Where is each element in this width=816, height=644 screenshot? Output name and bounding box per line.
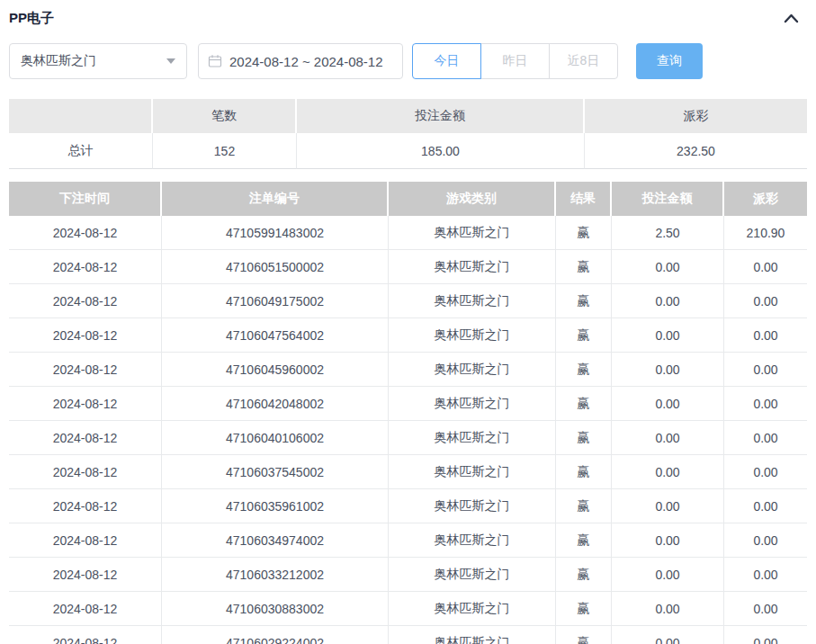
cell-result: 赢 — [556, 558, 612, 592]
today-button[interactable]: 今日 — [412, 43, 481, 79]
table-row: 2024-08-1247106045960002奥林匹斯之门赢0.000.00 — [9, 353, 807, 387]
cell-result: 赢 — [556, 284, 612, 318]
cell-result: 赢 — [556, 387, 612, 421]
cell-bet-amount: 0.00 — [612, 318, 724, 353]
cell-bet-time: 2024-08-12 — [9, 250, 162, 284]
cell-bet-id: 47106040106002 — [162, 421, 389, 455]
cell-bet-time: 2024-08-12 — [9, 455, 162, 489]
cell-game-type: 奥林匹斯之门 — [389, 250, 556, 284]
cell-game-type: 奥林匹斯之门 — [389, 489, 556, 523]
cell-bet-time: 2024-08-12 — [9, 387, 162, 421]
date-range-value: 2024-08-12 ~ 2024-08-12 — [229, 54, 383, 69]
cell-payout: 0.00 — [724, 284, 807, 318]
cell-bet-amount: 0.00 — [612, 353, 724, 387]
cell-bet-id: 47106045960002 — [162, 353, 389, 387]
cell-result: 赢 — [556, 318, 612, 353]
table-row: 2024-08-1247106049175002奥林匹斯之门赢0.000.00 — [9, 284, 807, 318]
page-title: PP电子 — [9, 10, 54, 27]
records-table: 下注时间 注单编号 游戏类别 结果 投注金额 派彩 2024-08-124710… — [9, 182, 807, 644]
filter-controls: 奥林匹斯之门 2024-08-12 ~ 2024-08-12 今日 昨日 近8日… — [9, 43, 807, 79]
cell-bet-time: 2024-08-12 — [9, 216, 162, 250]
summary-total-label: 总计 — [9, 133, 153, 169]
summary-total-row: 总计 152 185.00 232.50 — [9, 133, 807, 169]
cell-game-type: 奥林匹斯之门 — [389, 421, 556, 455]
table-row: 2024-08-1247106033212002奥林匹斯之门赢0.000.00 — [9, 558, 807, 592]
table-row: 2024-08-1247106047564002奥林匹斯之门赢0.000.00 — [9, 318, 807, 353]
cell-result: 赢 — [556, 592, 612, 626]
last-8-days-button[interactable]: 近8日 — [549, 43, 618, 79]
cell-payout: 0.00 — [724, 318, 807, 353]
records-header-game-type: 游戏类别 — [389, 182, 556, 216]
cell-bet-time: 2024-08-12 — [9, 592, 162, 626]
cell-result: 赢 — [556, 626, 612, 644]
cell-game-type: 奥林匹斯之门 — [389, 523, 556, 558]
cell-result: 赢 — [556, 250, 612, 284]
cell-payout: 0.00 — [724, 489, 807, 523]
cell-payout: 0.00 — [724, 387, 807, 421]
collapse-panel-button[interactable] — [782, 9, 800, 27]
cell-result: 赢 — [556, 353, 612, 387]
summary-total-count: 152 — [153, 133, 297, 169]
records-header-payout: 派彩 — [724, 182, 807, 216]
cell-game-type: 奥林匹斯之门 — [389, 318, 556, 353]
cell-bet-id: 47106051500002 — [162, 250, 389, 284]
cell-result: 赢 — [556, 421, 612, 455]
summary-header-count: 笔数 — [153, 99, 297, 133]
cell-payout: 0.00 — [724, 353, 807, 387]
table-row: 2024-08-1247106030883002奥林匹斯之门赢0.000.00 — [9, 592, 807, 626]
cell-bet-amount: 0.00 — [612, 421, 724, 455]
summary-header-bet-amount: 投注金额 — [297, 99, 585, 133]
summary-header-blank — [9, 99, 153, 133]
cell-payout: 0.00 — [724, 250, 807, 284]
cell-bet-time: 2024-08-12 — [9, 523, 162, 558]
query-button[interactable]: 查询 — [636, 43, 703, 79]
cell-payout: 0.00 — [724, 455, 807, 489]
cell-bet-amount: 0.00 — [612, 387, 724, 421]
cell-bet-time: 2024-08-12 — [9, 558, 162, 592]
cell-game-type: 奥林匹斯之门 — [389, 284, 556, 318]
summary-header-payout: 派彩 — [585, 99, 807, 133]
cell-payout: 0.00 — [724, 523, 807, 558]
cell-game-type: 奥林匹斯之门 — [389, 353, 556, 387]
cell-bet-amount: 0.00 — [612, 558, 724, 592]
cell-bet-id: 47106030883002 — [162, 592, 389, 626]
cell-game-type: 奥林匹斯之门 — [389, 592, 556, 626]
cell-bet-amount: 0.00 — [612, 592, 724, 626]
cell-payout: 0.00 — [724, 592, 807, 626]
table-row: 2024-08-1247106034974002奥林匹斯之门赢0.000.00 — [9, 523, 807, 558]
cell-result: 赢 — [556, 489, 612, 523]
cell-game-type: 奥林匹斯之门 — [389, 387, 556, 421]
cell-game-type: 奥林匹斯之门 — [389, 626, 556, 644]
cell-result: 赢 — [556, 455, 612, 489]
cell-bet-amount: 0.00 — [612, 489, 724, 523]
cell-bet-time: 2024-08-12 — [9, 284, 162, 318]
cell-bet-time: 2024-08-12 — [9, 318, 162, 353]
cell-payout: 0.00 — [724, 626, 807, 644]
cell-bet-time: 2024-08-12 — [9, 353, 162, 387]
date-range-picker[interactable]: 2024-08-12 ~ 2024-08-12 — [198, 43, 403, 79]
cell-payout: 210.90 — [724, 216, 807, 250]
table-row: 2024-08-1247106040106002奥林匹斯之门赢0.000.00 — [9, 421, 807, 455]
cell-bet-id: 47106034974002 — [162, 523, 389, 558]
records-header-bet-amount: 投注金额 — [612, 182, 724, 216]
chevron-up-icon — [784, 13, 799, 23]
cell-payout: 0.00 — [724, 421, 807, 455]
summary-total-bet-amount: 185.00 — [297, 133, 585, 169]
cell-bet-amount: 0.00 — [612, 626, 724, 644]
table-row: 2024-08-1247106042048002奥林匹斯之门赢0.000.00 — [9, 387, 807, 421]
game-select[interactable]: 奥林匹斯之门 — [9, 43, 187, 79]
cell-bet-id: 47106035961002 — [162, 489, 389, 523]
cell-bet-amount: 0.00 — [612, 284, 724, 318]
summary-header-row: 笔数 投注金额 派彩 — [9, 99, 807, 133]
cell-game-type: 奥林匹斯之门 — [389, 216, 556, 250]
summary-table: 笔数 投注金额 派彩 总计 152 185.00 232.50 — [9, 99, 807, 169]
panel-header: PP电子 — [9, 0, 807, 28]
cell-bet-amount: 2.50 — [612, 216, 724, 250]
cell-game-type: 奥林匹斯之门 — [389, 558, 556, 592]
cell-bet-id: 47106037545002 — [162, 455, 389, 489]
cell-game-type: 奥林匹斯之门 — [389, 455, 556, 489]
yesterday-button[interactable]: 昨日 — [480, 43, 550, 79]
table-row: 2024-08-1247106051500002奥林匹斯之门赢0.000.00 — [9, 250, 807, 284]
summary-total-payout: 232.50 — [585, 133, 807, 169]
records-header-result: 结果 — [556, 182, 612, 216]
